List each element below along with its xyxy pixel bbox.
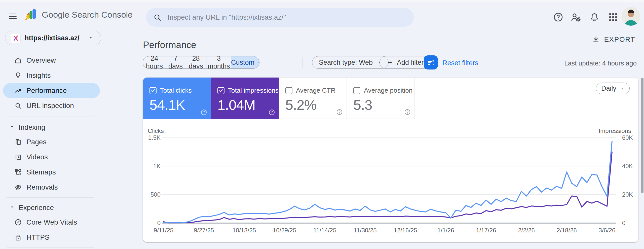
sidebar-item-insights[interactable]: Insights (0, 68, 131, 83)
sidebar-nav: Overview Insights Performance (0, 53, 131, 248)
filter-separator (302, 57, 303, 67)
scrollbar-thumb[interactable] (641, 78, 643, 193)
sidebar-item-label: Insights (26, 72, 51, 80)
avatar[interactable] (622, 7, 640, 26)
axis-tick: 11/14/25 (313, 227, 336, 234)
sidebar-item-label: Videos (26, 153, 48, 161)
search-type-dropdown[interactable]: Search type: Web (312, 56, 389, 69)
axis-tick: 11/30/25 (354, 227, 377, 234)
sidebar-item-label: Pages (26, 138, 46, 146)
date-range-24-hours[interactable]: 24 hours (143, 56, 166, 68)
sidebar-divider (7, 197, 94, 198)
sidebar-item-label: Removals (26, 183, 58, 191)
axis-tick: 9/11/25 (154, 227, 173, 234)
series-line-clicks (164, 141, 612, 223)
date-range-7-days[interactable]: 7 days (166, 56, 185, 68)
help-icon[interactable] (553, 12, 564, 23)
property-favicon (11, 33, 21, 43)
speedometer-icon (14, 218, 22, 227)
search-console-logo-icon (25, 8, 38, 21)
chart-canvas (143, 78, 638, 242)
section-label: Experience (19, 204, 54, 212)
header-divider (131, 50, 644, 50)
caret-down-icon (258, 60, 259, 65)
menu-icon[interactable] (8, 11, 18, 21)
axis-tick: 10/29/25 (273, 227, 296, 234)
lock-icon (14, 233, 22, 242)
reset-filters-link[interactable]: Reset filters (442, 59, 478, 67)
compare-filter-button[interactable] (424, 55, 438, 69)
left-axis-title: Clicks (148, 127, 164, 134)
caret-down-icon (10, 205, 15, 211)
eye-off-icon (14, 183, 22, 192)
axis-tick: 1.5K (143, 134, 161, 141)
sidebar-item-removals[interactable]: Removals (0, 180, 131, 195)
axis-tick: 20K (622, 191, 633, 198)
sidebar-divider (7, 247, 94, 248)
performance-card: Total clicks 54.1K Total impressions 1.0… (143, 78, 638, 242)
top-bar: Google Search Console (0, 2, 644, 28)
url-inspect-searchbar (146, 8, 414, 27)
sidebar-section-indexing[interactable]: Indexing (0, 120, 131, 134)
lightbulb-icon (14, 71, 22, 80)
add-filter-button[interactable]: Add filter (380, 56, 431, 69)
url-inspect-input[interactable] (167, 13, 414, 22)
product-name: Google Search Console (42, 10, 133, 20)
performance-chart: Clicks Impressions 1.5K1K5000 60K40K20K0… (143, 78, 638, 242)
axis-tick: 1/1/26 (437, 227, 454, 234)
app-logo: Google Search Console (25, 8, 133, 21)
chevron-down-icon (88, 35, 93, 41)
axis-tick: 10/13/25 (233, 227, 256, 234)
sidebar-item-pages[interactable]: Pages (0, 134, 131, 150)
user-settings-icon[interactable] (570, 12, 581, 23)
caret-down-icon (10, 124, 15, 130)
section-label: Indexing (19, 123, 45, 131)
sitemap-tree-icon (14, 168, 22, 176)
property-selector[interactable]: https://ixtisas.az/ (5, 31, 101, 45)
sidebar-item-label: Core Web Vitals (26, 218, 77, 226)
sidebar-item-label: HTTPS (26, 233, 50, 241)
search-icon (153, 13, 162, 22)
axis-tick: 9/27/25 (194, 227, 214, 234)
axis-tick: 40K (622, 163, 633, 170)
property-url: https://ixtisas.az/ (25, 34, 80, 42)
browser-edge-strip (0, 0, 644, 2)
page-title: Performance (143, 40, 196, 50)
notifications-icon[interactable] (589, 12, 600, 23)
date-range-3-months[interactable]: 3 months (207, 56, 231, 68)
axis-tick: 1K (143, 163, 161, 170)
sidebar-item-https[interactable]: HTTPS (0, 230, 131, 245)
axis-tick: 1/17/26 (476, 227, 496, 234)
download-icon (592, 35, 600, 44)
trending-up-icon (14, 86, 22, 95)
axis-tick: 2/2/26 (518, 227, 535, 234)
export-button[interactable]: EXPORT (590, 35, 637, 44)
sidebar-item-videos[interactable]: Videos (0, 150, 131, 165)
date-range-segmented-control: 24 hours 7 days 28 days 3 months Custom (143, 56, 259, 69)
sidebar-item-performance[interactable]: Performance (3, 83, 100, 98)
sidebar-item-label: Sitemaps (26, 168, 56, 176)
axis-tick: 0 (622, 220, 625, 227)
sidebar-divider (7, 117, 94, 117)
filter-sparkle-icon (426, 58, 436, 67)
apps-grid-icon[interactable] (608, 12, 619, 23)
axis-tick: 500 (143, 191, 161, 198)
sidebar-section-experience[interactable]: Experience (0, 201, 131, 215)
sidebar-item-label: URL inspection (26, 102, 74, 110)
sidebar-item-overview[interactable]: Overview (0, 53, 131, 68)
sidebar-item-core-web-vitals[interactable]: Core Web Vitals (0, 215, 131, 230)
axis-tick: 0 (143, 220, 161, 227)
date-range-28-days[interactable]: 28 days (185, 56, 207, 68)
plus-icon (387, 59, 393, 66)
sidebar-item-label: Performance (26, 87, 67, 95)
right-axis-title: Impressions (599, 127, 631, 134)
magnifier-icon (14, 101, 22, 110)
sidebar-item-sitemaps[interactable]: Sitemaps (0, 165, 131, 180)
video-library-icon (14, 153, 22, 161)
sidebar-item-url-inspection[interactable]: URL inspection (0, 98, 131, 113)
export-label: EXPORT (604, 35, 635, 44)
series-line-impressions (164, 152, 612, 223)
sidebar-item-label: Overview (26, 56, 56, 64)
home-icon (14, 56, 22, 65)
date-range-custom[interactable]: Custom (231, 56, 259, 68)
